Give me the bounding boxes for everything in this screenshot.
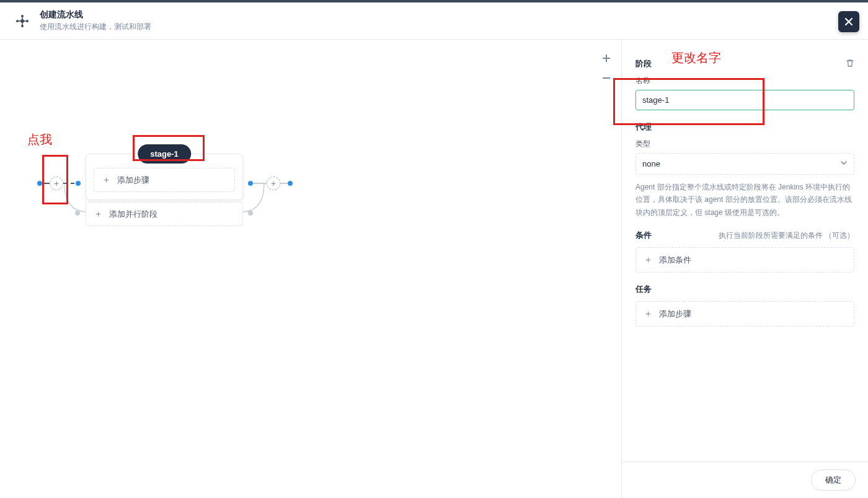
conditions-help-text: 执行当前阶段所需要满足的条件 （可选）: [719, 230, 854, 241]
add-step-label: 添加步骤: [117, 175, 149, 186]
add-task-step-label: 添加步骤: [659, 308, 691, 320]
svg-point-1: [16, 20, 19, 22]
svg-point-2: [26, 20, 29, 22]
agent-type-label: 类型: [636, 139, 854, 149]
svg-point-0: [20, 19, 24, 23]
add-stage-after-button[interactable]: +: [267, 177, 280, 190]
add-stage-before-button[interactable]: +: [50, 177, 63, 190]
plus-icon: ＋: [102, 174, 111, 186]
section-conditions-text: 条件: [636, 230, 652, 241]
modal-header: 创建流水线 使用流水线进行构建，测试和部署: [0, 2, 868, 40]
zoom-out-button[interactable]: [600, 72, 613, 84]
pipeline-start-node: [37, 181, 42, 186]
add-parallel-label: 添加并行阶段: [109, 209, 157, 220]
modal-title: 创建流水线: [40, 9, 151, 20]
stage-config-sidebar: 更改名字 阶段 名称 代理 类型 none: [621, 40, 868, 498]
delete-stage-button[interactable]: [846, 59, 854, 69]
svg-point-3: [21, 15, 24, 17]
stage-name-input[interactable]: [636, 90, 854, 110]
section-tasks-text: 任务: [636, 284, 652, 295]
connector-line: [42, 183, 50, 184]
connector-curve: [64, 183, 87, 214]
parallel-out-node: [248, 211, 253, 216]
section-stage-label: 阶段: [636, 58, 854, 69]
stage-out-node: [248, 181, 253, 186]
pipeline-end-node: [288, 181, 293, 186]
add-condition-label: 添加条件: [659, 255, 691, 266]
plus-icon: ＋: [94, 208, 103, 220]
stage-card[interactable]: stage-1 ＋ 添加步骤: [86, 154, 243, 200]
sidebar-footer: 确定: [622, 461, 868, 498]
section-conditions-label: 条件 执行当前阶段所需要满足的条件 （可选）: [636, 230, 854, 241]
svg-point-4: [21, 25, 24, 27]
modal-subtitle: 使用流水线进行构建，测试和部署: [40, 22, 151, 32]
add-condition-button[interactable]: ＋ 添加条件: [636, 247, 854, 273]
add-task-step-button[interactable]: ＋ 添加步骤: [636, 301, 854, 326]
add-parallel-stage-button[interactable]: ＋ 添加并行阶段: [86, 202, 243, 226]
agent-type-value: none: [642, 159, 660, 168]
close-button[interactable]: [838, 11, 859, 32]
plus-icon: ＋: [644, 254, 653, 266]
add-step-button[interactable]: ＋ 添加步骤: [94, 168, 235, 192]
pipeline-canvas[interactable]: + stage-1 ＋ 添加步骤 ＋ 添加并行阶段: [0, 40, 621, 498]
name-field-label: 名称: [636, 76, 854, 86]
section-agent-label: 代理: [636, 121, 854, 133]
confirm-button[interactable]: 确定: [811, 470, 856, 491]
zoom-in-button[interactable]: [600, 52, 613, 64]
connector-line: [253, 183, 267, 184]
stage-name-pill[interactable]: stage-1: [138, 144, 191, 164]
agent-type-select[interactable]: none: [636, 153, 854, 175]
pipeline-icon: [12, 11, 32, 31]
section-tasks-label: 任务: [636, 284, 854, 295]
annotation-click-me: 点我: [27, 131, 52, 148]
chevron-down-icon: [840, 159, 848, 168]
agent-help-text: Agent 部分指定整个流水线或特定阶段将在 Jenkins 环境中执行的位置，…: [636, 181, 854, 219]
section-stage-text: 阶段: [636, 58, 652, 69]
connector-line: [280, 183, 288, 184]
parallel-in-node: [75, 211, 80, 216]
connector-curve: [243, 183, 265, 214]
section-agent-text: 代理: [636, 121, 652, 133]
plus-icon: ＋: [644, 308, 653, 320]
